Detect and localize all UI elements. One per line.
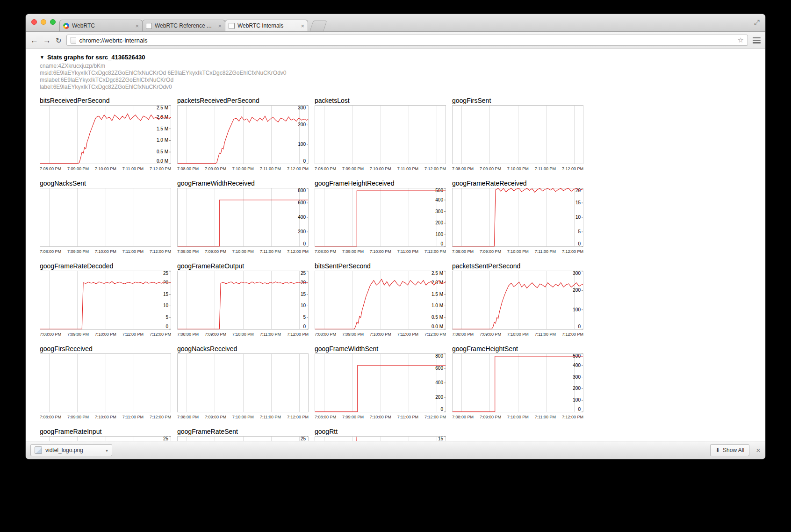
- chart-bitsReceivedPerSecond: bitsReceivedPerSecond2.5 M2.0 M1.5 M1.0 …: [40, 97, 171, 171]
- svg-text:1.0 M: 1.0 M: [157, 137, 168, 143]
- svg-text:5: 5: [165, 315, 168, 320]
- chart-plot: [177, 353, 309, 412]
- stream-meta-line: cname:4ZXkrucxjuzp/bKm: [40, 63, 765, 70]
- chart-googNacksReceived: googNacksReceived7:08:00 PM7:09:00 PM7:1…: [177, 345, 309, 419]
- chart-x-axis-labels: 7:08:00 PM7:09:00 PM7:10:00 PM7:11:00 PM…: [40, 415, 171, 419]
- chart-title: googFrameRateSent: [177, 428, 309, 435]
- back-button[interactable]: ←: [30, 36, 38, 44]
- tab-title: WebRTC Internals: [237, 22, 298, 29]
- svg-text:10: 10: [163, 303, 169, 308]
- tab-strip: WebRTC×WebRTC Reference App×WebRTC Inter…: [26, 14, 765, 32]
- svg-text:300: 300: [298, 105, 306, 110]
- chart-title: packetsLost: [315, 97, 446, 104]
- collapse-triangle-icon[interactable]: ▼: [40, 55, 44, 60]
- chart-plot: [452, 105, 583, 164]
- tab-close-icon[interactable]: ×: [135, 23, 139, 29]
- chart-plot: 2520151050: [40, 436, 171, 441]
- chart-plot: 8006004002000: [315, 353, 446, 412]
- chart-plot: 5004003002001000: [315, 188, 446, 247]
- page-icon: [146, 23, 152, 29]
- chart-plot: 2.5 M2.0 M1.5 M1.0 M0.5 M0.0 M: [315, 271, 446, 330]
- svg-text:200: 200: [573, 288, 581, 293]
- webrtc-logo-icon: [63, 23, 69, 29]
- svg-text:0: 0: [578, 324, 581, 329]
- svg-text:10: 10: [575, 215, 581, 220]
- chart-packetsLost: packetsLost7:08:00 PM7:09:00 PM7:10:00 P…: [315, 97, 446, 171]
- svg-text:1.5 M: 1.5 M: [157, 126, 168, 131]
- bookmark-star-icon[interactable]: ☆: [738, 36, 744, 44]
- chart-googRtt: googRtt1510507:08:00 PM7:09:00 PM7:10:00…: [315, 428, 446, 441]
- chart-x-axis-labels: 7:08:00 PM7:09:00 PM7:10:00 PM7:11:00 PM…: [452, 249, 583, 254]
- svg-text:300: 300: [573, 271, 581, 276]
- svg-text:15: 15: [575, 200, 581, 205]
- charts-grid: bitsReceivedPerSecond2.5 M2.0 M1.5 M1.0 …: [40, 97, 765, 441]
- page-icon: [229, 23, 235, 29]
- svg-text:600: 600: [298, 200, 306, 205]
- chart-title: googFrameHeightSent: [452, 345, 583, 352]
- chart-x-axis-labels: 7:08:00 PM7:09:00 PM7:10:00 PM7:11:00 PM…: [177, 249, 309, 254]
- forward-button[interactable]: →: [43, 36, 51, 44]
- svg-text:400: 400: [435, 197, 443, 202]
- stats-title-text: Stats graphs for ssrc_4136526430: [47, 54, 145, 61]
- show-all-button[interactable]: ⬇ Show All: [710, 444, 749, 456]
- chart-googFrameRateSent: googFrameRateSent25201510507:08:00 PM7:0…: [177, 428, 309, 441]
- minimize-window-button[interactable]: [41, 19, 46, 25]
- chart-x-axis-labels: 7:08:00 PM7:09:00 PM7:10:00 PM7:11:00 PM…: [177, 415, 309, 419]
- chart-title: googFrameRateInput: [40, 428, 171, 435]
- reload-button[interactable]: ↻: [56, 37, 62, 44]
- fullscreen-icon[interactable]: ⤢: [754, 18, 760, 27]
- url-text[interactable]: chrome://webrtc-internals: [79, 37, 734, 44]
- chart-x-axis-labels: 7:08:00 PM7:09:00 PM7:10:00 PM7:11:00 PM…: [315, 166, 446, 171]
- menu-icon[interactable]: [753, 37, 761, 43]
- chart-plot: 2520151050: [177, 271, 309, 330]
- chart-title: packetsReceivedPerSecond: [177, 97, 309, 104]
- svg-text:200: 200: [298, 122, 306, 127]
- show-all-label: Show All: [723, 447, 744, 453]
- svg-text:0: 0: [578, 241, 581, 246]
- svg-text:25: 25: [301, 271, 306, 276]
- stats-section-header[interactable]: ▼ Stats graphs for ssrc_4136526430: [40, 54, 765, 61]
- chart-googFrameHeightReceived: googFrameHeightReceived50040030020010007…: [315, 180, 446, 254]
- screenshot-stage: WebRTC×WebRTC Reference App×WebRTC Inter…: [0, 0, 791, 532]
- chart-bitsSentPerSecond: bitsSentPerSecond2.5 M2.0 M1.5 M1.0 M0.5…: [315, 262, 446, 337]
- svg-text:0: 0: [440, 241, 443, 246]
- browser-toolbar: ← → ↻ chrome://webrtc-internals ☆: [26, 32, 765, 49]
- chevron-down-icon[interactable]: ▾: [106, 448, 108, 453]
- tab-close-icon[interactable]: ×: [218, 23, 222, 29]
- svg-text:400: 400: [435, 380, 443, 385]
- tab-webrtc-internals[interactable]: WebRTC Internals×: [225, 20, 308, 31]
- zoom-window-button[interactable]: [50, 19, 56, 25]
- window-controls: [31, 19, 56, 25]
- address-bar[interactable]: chrome://webrtc-internals ☆: [66, 35, 748, 46]
- chart-title: googFrameRateOutput: [177, 262, 309, 270]
- close-window-button[interactable]: [31, 19, 37, 25]
- new-tab-button[interactable]: [309, 21, 327, 31]
- svg-text:0.0 M: 0.0 M: [431, 324, 443, 329]
- svg-text:5: 5: [303, 315, 306, 320]
- chart-googFrameRateReceived: googFrameRateReceived201510507:08:00 PM7…: [452, 180, 583, 254]
- stream-meta: cname:4ZXkrucxjuzp/bKmmsid:6E9laEYkyxIkT…: [40, 63, 765, 91]
- close-icon[interactable]: ×: [756, 446, 761, 454]
- svg-text:0: 0: [165, 324, 168, 329]
- chart-plot: [315, 105, 446, 164]
- download-item[interactable]: vidtel_logo.png ▾: [30, 444, 112, 456]
- tab-close-icon[interactable]: ×: [301, 23, 304, 29]
- tab-webrtc[interactable]: WebRTC×: [59, 20, 143, 31]
- chart-googFrameWidthSent: googFrameWidthSent80060040020007:08:00 P…: [315, 345, 446, 419]
- svg-text:200: 200: [435, 395, 443, 400]
- chart-x-axis-labels: 7:08:00 PM7:09:00 PM7:10:00 PM7:11:00 PM…: [177, 166, 309, 171]
- svg-text:800: 800: [298, 188, 306, 193]
- chart-plot: 2520151050: [40, 271, 171, 330]
- chart-plot: [40, 188, 171, 247]
- chart-googFrameRateOutput: googFrameRateOutput25201510507:08:00 PM7…: [177, 262, 309, 337]
- chart-title: googNacksReceived: [177, 345, 309, 352]
- chart-googFrameRateInput: googFrameRateInput25201510507:08:00 PM7:…: [40, 428, 171, 441]
- stream-meta-line: msid:6E9laEYkyxIkTCxDgc82ZGoEhlCfxNuCKrO…: [40, 70, 765, 77]
- chart-x-axis-labels: 7:08:00 PM7:09:00 PM7:10:00 PM7:11:00 PM…: [452, 415, 583, 419]
- tab-webrtc-reference-app[interactable]: WebRTC Reference App×: [142, 20, 225, 31]
- chart-plot: 20151050: [452, 188, 583, 247]
- download-arrow-icon: ⬇: [715, 447, 720, 453]
- svg-text:0: 0: [303, 158, 306, 164]
- chart-googFrameWidthReceived: googFrameWidthReceived80060040020007:08:…: [177, 180, 309, 254]
- chart-title: googFrameWidthReceived: [177, 180, 309, 187]
